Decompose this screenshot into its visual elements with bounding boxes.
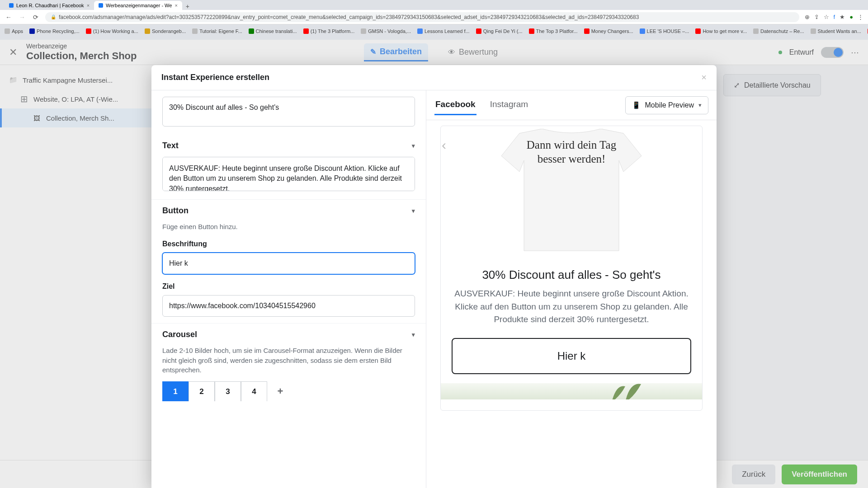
form-column: Text ▾ Button ▾ Füge einen Button hinzu.…: [151, 90, 426, 488]
star-icon[interactable]: ☆: [824, 14, 829, 20]
carousel-tab-1[interactable]: 1: [162, 381, 189, 401]
close-icon[interactable]: ×: [87, 3, 90, 8]
o2-icon: [29, 28, 35, 34]
carousel-tab-4[interactable]: 4: [241, 381, 267, 401]
carousel-add-button[interactable]: +: [267, 381, 293, 401]
youtube-icon: [529, 28, 534, 34]
youtube-icon: [584, 28, 590, 34]
back-button[interactable]: ←: [5, 14, 13, 21]
preview-body: ‹ Dann wird dein Tag besser werden! 30% …: [426, 120, 717, 488]
favicon: [192, 28, 198, 34]
bookmark-item[interactable]: GMSN - Vologda,...: [361, 28, 411, 34]
carousel-tab-2[interactable]: 2: [189, 381, 215, 401]
modal-body: Text ▾ Button ▾ Füge einen Button hinzu.…: [151, 90, 717, 488]
chevron-down-icon: ▾: [412, 207, 415, 214]
close-icon[interactable]: ×: [701, 72, 707, 83]
preview-cta-button[interactable]: Hier k: [452, 338, 691, 374]
facebook-icon[interactable]: f: [834, 14, 835, 20]
favicon: [640, 28, 645, 34]
url-input[interactable]: 🔒 facebook.com/adsmanager/manage/ads/edi…: [45, 12, 799, 22]
body-text-input[interactable]: [162, 157, 415, 191]
bookmark-item[interactable]: The Top 3 Platfor...: [529, 28, 578, 34]
favicon: [417, 28, 423, 34]
chevron-down-icon: ▾: [412, 331, 415, 338]
apps-button[interactable]: Apps: [5, 28, 23, 34]
bookmark-item[interactable]: LEE 'S HOUSE –...: [640, 28, 689, 34]
bookmarks-bar: Apps Phone Recycling,... (1) How Working…: [0, 24, 868, 38]
shirt-text: Dann wird dein Tag besser werden!: [492, 138, 651, 166]
carousel-help-text: Lade 2-10 Bilder hoch, um sie im Carouse…: [162, 346, 415, 375]
browser-tab[interactable]: Werbeanzeigenmanager - We ×: [94, 1, 182, 10]
bookmark-item[interactable]: (1) The 3 Platform...: [303, 28, 355, 34]
new-tab-button[interactable]: +: [182, 3, 193, 10]
button-section-header[interactable]: Button ▾: [151, 200, 426, 222]
bookmark-item[interactable]: Student Wants an...: [811, 28, 861, 34]
tab-title: Werbeanzeigenmanager - We: [106, 3, 172, 8]
bookmark-item[interactable]: Tutorial: Eigene F...: [192, 28, 242, 34]
facebook-favicon: [9, 3, 14, 8]
preview-tabs: Facebook Instagram: [434, 95, 529, 115]
text-section-header[interactable]: Text ▾: [151, 135, 426, 157]
bookmark-item[interactable]: Chinese translati...: [249, 28, 297, 34]
button-label-input[interactable]: [162, 253, 415, 274]
profile-icon[interactable]: ●: [849, 14, 853, 20]
bookmark-item[interactable]: (1) How Working a...: [86, 28, 138, 34]
youtube-icon: [476, 28, 481, 34]
addr-actions: ⊕ ⇪ ☆ f ★ ● ⋮: [805, 14, 863, 20]
forward-button[interactable]: →: [18, 14, 26, 21]
chevron-down-icon: ▾: [698, 102, 702, 108]
grid-icon: [5, 28, 10, 34]
share-icon[interactable]: ⇪: [814, 14, 819, 20]
title-input[interactable]: [162, 97, 415, 127]
carousel-tab-3[interactable]: 3: [215, 381, 241, 401]
target-field-label: Ziel: [162, 282, 415, 291]
url-text: facebook.com/adsmanager/manage/ads/edit?…: [59, 14, 639, 20]
browser-tab[interactable]: Leon R. Chaudhari | Facebook ×: [5, 1, 94, 10]
product-image: Dann wird dein Tag besser werden!: [441, 126, 702, 255]
preview-title: 30% Discount auf alles - So geht's: [441, 255, 702, 287]
modal-title: Instant Experience erstellen: [161, 73, 269, 82]
phone-icon: 📱: [632, 101, 641, 109]
preview-header: Facebook Instagram 📱 Mobile Preview ▾: [426, 90, 717, 120]
label-field-label: Beschriftung: [162, 240, 415, 248]
bookmark-item[interactable]: Phone Recycling,...: [29, 28, 80, 34]
plant-icon: [607, 383, 643, 399]
youtube-icon: [695, 28, 701, 34]
bookmark-item[interactable]: Sonderangeb...: [145, 28, 186, 34]
button-help-text: Füge einen Button hinzu.: [162, 222, 415, 232]
bookmark-item[interactable]: Money Changers...: [584, 28, 633, 34]
bookmark-item[interactable]: Datenschutz – Re...: [753, 28, 804, 34]
favicon: [145, 28, 150, 34]
carousel-section-header[interactable]: Carousel ▾: [151, 324, 426, 346]
favicon: [249, 28, 254, 34]
preview-column: Facebook Instagram 📱 Mobile Preview ▾ ‹: [426, 90, 717, 488]
preview-body-text: AUSVERKAUF: Heute beginnt unsere große D…: [441, 287, 702, 326]
close-icon[interactable]: ×: [175, 3, 177, 8]
favicon: [753, 28, 759, 34]
preview-tab-facebook[interactable]: Facebook: [434, 95, 476, 115]
instant-experience-modal: Instant Experience erstellen × Text ▾ Bu…: [151, 65, 717, 488]
favicon: [361, 28, 366, 34]
preview-back-arrow[interactable]: ‹: [442, 137, 446, 153]
carousel-tabs: 1 2 3 4 +: [162, 381, 415, 401]
bookmark-item[interactable]: How to get more v...: [695, 28, 747, 34]
mobile-preview-frame: Dann wird dein Tag besser werden! 30% Di…: [440, 126, 703, 411]
browser-chrome: Leon R. Chaudhari | Facebook × Werbeanze…: [0, 0, 868, 40]
zoom-icon[interactable]: ⊕: [805, 14, 810, 20]
reload-button[interactable]: ⟳: [32, 14, 40, 21]
tab-strip: Leon R. Chaudhari | Facebook × Werbeanze…: [0, 0, 868, 10]
address-bar: ← → ⟳ 🔒 facebook.com/adsmanager/manage/a…: [0, 10, 868, 24]
button-target-input[interactable]: [162, 295, 415, 317]
modal-header: Instant Experience erstellen ×: [151, 65, 717, 90]
tab-title: Leon R. Chaudhari | Facebook: [16, 3, 84, 8]
favicon: [811, 28, 816, 34]
preview-next-image: [441, 383, 702, 399]
mobile-preview-select[interactable]: 📱 Mobile Preview ▾: [625, 96, 708, 114]
bookmark-item[interactable]: Lessons Learned f...: [417, 28, 470, 34]
extension-icon[interactable]: ★: [840, 14, 845, 20]
lock-icon: 🔒: [51, 14, 56, 19]
preview-tab-instagram[interactable]: Instagram: [489, 95, 529, 115]
menu-icon[interactable]: ⋮: [858, 14, 863, 20]
facebook-favicon: [99, 3, 103, 8]
bookmark-item[interactable]: Qing Fei De Yi (...: [476, 28, 523, 34]
